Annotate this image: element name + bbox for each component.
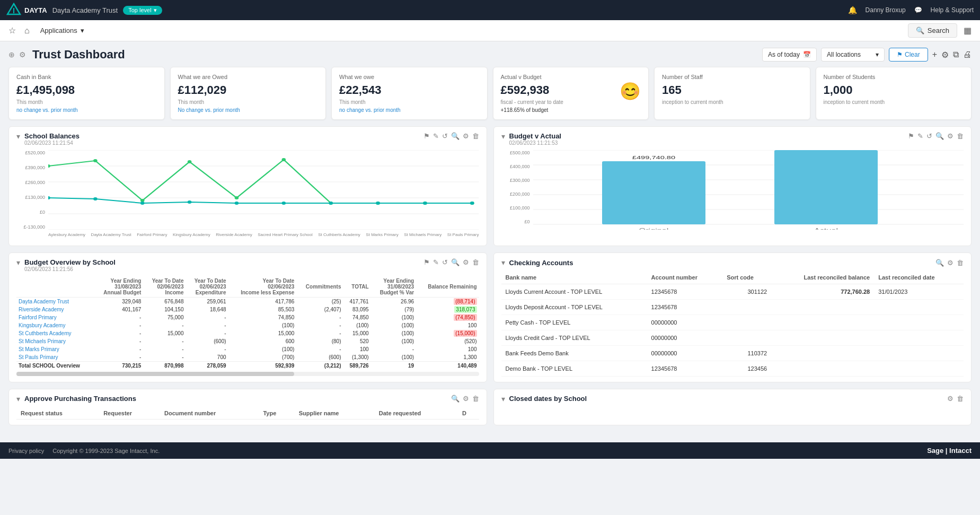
table-header-row: Year Ending31/08/2023Annual Budget Year … — [16, 276, 479, 298]
school-name[interactable]: Kingsbury Academy — [16, 321, 94, 329]
delete-icon[interactable]: 🗑 — [957, 132, 964, 140]
edit-icon[interactable]: ✎ — [917, 132, 923, 140]
privacy-policy-link[interactable]: Privacy policy — [8, 448, 44, 454]
card-title: Number of Students — [824, 74, 964, 80]
school-name[interactable]: Dayta Academy Trust — [16, 298, 94, 306]
school-name[interactable]: St Marks Primary — [16, 345, 94, 353]
collapse-icon[interactable]: ▾ — [501, 258, 505, 267]
bank-name[interactable]: Petty Cash - TOP LEVEL — [501, 315, 647, 330]
bank-name[interactable]: Lloyds Deposit Account - TOP LEVEL — [501, 300, 647, 315]
page-title: Trust Dashboard — [32, 48, 756, 62]
budget-overview-table: Year Ending31/08/2023Annual Budget Year … — [16, 276, 479, 370]
search-icon[interactable]: 🔍 — [451, 395, 460, 403]
bank-name[interactable]: Lloyds Credit Card - TOP LEVEL — [501, 330, 647, 346]
add-widget-icon[interactable]: + — [932, 50, 937, 59]
settings-icon[interactable]: ⚙ — [463, 258, 469, 266]
collapse-icon[interactable]: ▾ — [16, 395, 20, 403]
bank-name[interactable]: Lloyds Current Account - TOP LEVEL — [501, 284, 647, 300]
widget-title: Checking Accounts — [509, 259, 936, 267]
card-change: no change vs. prior month — [339, 107, 480, 113]
copy-icon[interactable]: ⧉ — [953, 50, 959, 59]
settings-icon[interactable]: ⚙ — [463, 395, 469, 403]
settings-icon[interactable]: ⚙ — [947, 259, 953, 267]
balance: 772,760.28 — [771, 284, 874, 300]
svg-point-11 — [188, 160, 192, 163]
approve-transactions-widget: ▾ Approve Purchasing Transactions 🔍 ⚙ 🗑 … — [8, 389, 487, 425]
th-type: Type — [259, 407, 294, 420]
bank-name[interactable]: Bank Feeds Demo Bank — [501, 346, 647, 361]
school-name[interactable]: Fairford Primary — [16, 313, 94, 321]
date-filter[interactable]: As of today 📅 — [762, 48, 817, 62]
th-balance: Balance Remaining — [416, 276, 479, 298]
settings-icon[interactable]: ⚙ — [947, 395, 953, 403]
collapse-icon[interactable]: ▾ — [16, 132, 20, 141]
account-number: 00000000 — [647, 330, 723, 346]
smiley-icon: 😊 — [620, 81, 641, 101]
chat-icon[interactable]: 💬 — [914, 6, 922, 14]
school-name[interactable]: Riverside Academy — [16, 305, 94, 313]
widget-actions: 🔍 ⚙ 🗑 — [451, 395, 479, 403]
th-date: Date requested — [375, 407, 458, 420]
table-row: Fairford Primary -75,000-74,850-74,850(1… — [16, 313, 479, 321]
widget-add-icon[interactable]: ⊕ — [8, 50, 15, 59]
svg-point-21 — [188, 200, 192, 204]
collapse-icon[interactable]: ▾ — [501, 395, 505, 403]
card-title: Number of Staff — [662, 74, 802, 80]
top-nav: DAYTA Dayta Academy Trust Top level ▾ 🔔 … — [0, 0, 980, 20]
svg-rect-34 — [602, 161, 705, 224]
collapse-icon[interactable]: ▾ — [16, 258, 20, 267]
delete-icon[interactable]: 🗑 — [957, 259, 964, 267]
edit-icon[interactable]: ✎ — [433, 258, 439, 266]
refresh-icon[interactable]: ↺ — [442, 258, 448, 266]
search-icon[interactable]: 🔍 — [451, 258, 460, 266]
bank-name[interactable]: Demo Bank - TOP LEVEL — [501, 361, 647, 377]
delete-icon[interactable]: 🗑 — [472, 132, 479, 140]
delete-icon[interactable]: 🗑 — [472, 395, 479, 403]
applications-dropdown[interactable]: Applications ▾ — [36, 24, 89, 37]
sage-logo: Sage | Intacct — [927, 447, 972, 455]
header-controls: As of today 📅 All locations ▾ ⚑ Clear + … — [762, 48, 972, 62]
edit-icon[interactable]: ✎ — [433, 132, 439, 140]
location-filter[interactable]: All locations ▾ — [821, 48, 885, 62]
card-change: no change vs. prior month — [16, 107, 157, 113]
widget-header: ▾ Approve Purchasing Transactions 🔍 ⚙ 🗑 — [16, 395, 479, 403]
refresh-icon[interactable]: ↺ — [926, 132, 932, 140]
star-icon[interactable]: ☆ — [6, 23, 18, 38]
collapse-icon[interactable]: ▾ — [501, 132, 505, 141]
notifications-icon[interactable]: 🔔 — [848, 6, 857, 14]
filter-icon[interactable]: ⚑ — [423, 132, 430, 140]
budget-overview-widget: ▾ Budget Overview by School 02/06/2023 1… — [8, 252, 487, 382]
school-name[interactable]: St Michaels Primary — [16, 337, 94, 345]
help-support[interactable]: Help & Support — [931, 6, 974, 14]
card-value: £22,543 — [339, 83, 480, 97]
checking-accounts-widget: ▾ Checking Accounts 🔍 ⚙ 🗑 Bank name Acco… — [493, 252, 972, 382]
chart-row: ▾ School Balances 02/06/2023 11:21:54 ⚑ … — [8, 126, 972, 246]
search-icon[interactable]: 🔍 — [935, 132, 944, 140]
grid-icon[interactable]: ▦ — [961, 23, 974, 38]
delete-icon[interactable]: 🗑 — [957, 395, 964, 403]
search-button[interactable]: 🔍 Search — [908, 23, 957, 38]
school-name[interactable]: St Cuthberts Academy — [16, 329, 94, 337]
clear-button[interactable]: ⚑ Clear — [889, 48, 928, 62]
print-icon[interactable]: 🖨 — [963, 50, 972, 59]
widget-settings-icon[interactable]: ⚙ — [19, 50, 26, 59]
delete-icon[interactable]: 🗑 — [472, 258, 479, 266]
level-badge[interactable]: Top level ▾ — [123, 6, 162, 15]
filter-icon[interactable]: ⚑ — [908, 132, 914, 140]
svg-point-26 — [423, 202, 427, 205]
widget-title-block: Budget Overview by School 02/06/2023 11:… — [24, 258, 423, 272]
filter-icon[interactable]: ⚑ — [423, 258, 430, 266]
home-icon[interactable]: ⌂ — [22, 24, 32, 38]
settings-icon[interactable]: ⚙ — [463, 132, 469, 140]
search-icon[interactable]: 🔍 — [451, 132, 460, 140]
settings-icon[interactable]: ⚙ — [947, 132, 953, 140]
refresh-icon[interactable]: ↺ — [442, 132, 448, 140]
nav-user[interactable]: Danny Broxup — [866, 6, 906, 14]
card-value: 165 — [662, 83, 802, 97]
school-name[interactable]: St Pauls Primary — [16, 353, 94, 362]
search-icon[interactable]: 🔍 — [935, 259, 944, 267]
settings-icon[interactable]: ⚙ — [941, 50, 949, 60]
card-period: inception to current month — [662, 99, 802, 105]
table-row: St Pauls Primary --700(700)(600)(1,300)(… — [16, 353, 479, 362]
horizontal-scrollbar[interactable] — [16, 372, 479, 376]
